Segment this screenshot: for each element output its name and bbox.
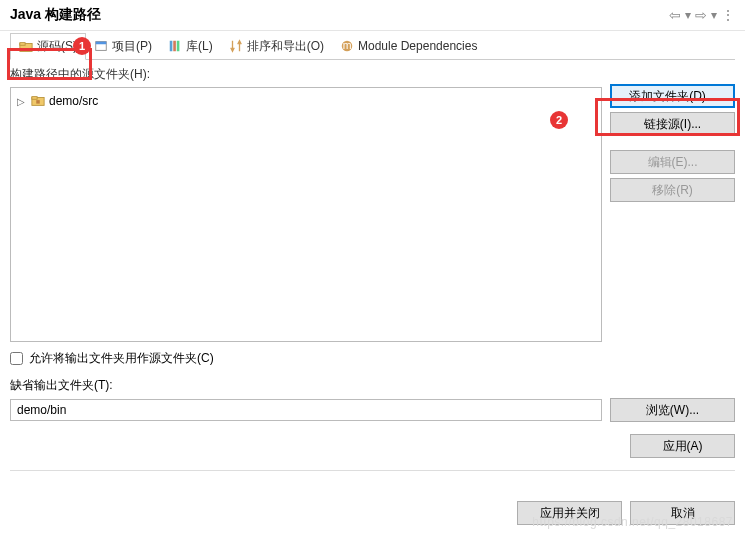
- link-source-button[interactable]: 链接源(I)...: [610, 112, 735, 136]
- svg-text:m: m: [343, 39, 352, 51]
- nav-sep2: ▾: [711, 8, 717, 22]
- allow-output-label: 允许将输出文件夹用作源文件夹(C): [29, 350, 214, 367]
- tab-order[interactable]: 排序和导出(O): [221, 33, 332, 59]
- header-nav: ⇦ ▾ ⇨ ▾ ⋮: [669, 7, 735, 23]
- java-build-path-dialog: Java 构建路径 ⇦ ▾ ⇨ ▾ ⋮ 源码(S) 项目(P) 库(L): [0, 0, 745, 539]
- source-folder-icon: [19, 40, 33, 54]
- edit-button: 编辑(E)...: [610, 150, 735, 174]
- source-buttons: 添加文件夹(D)... 链接源(I)... 编辑(E)... 移除(R): [610, 66, 735, 342]
- browse-button[interactable]: 浏览(W)...: [610, 398, 735, 422]
- svg-rect-10: [32, 97, 37, 100]
- tab-libraries[interactable]: 库(L): [160, 33, 221, 59]
- apply-close-button[interactable]: 应用并关闭: [517, 501, 622, 525]
- apply-button[interactable]: 应用(A): [630, 434, 735, 458]
- default-output-label: 缺省输出文件夹(T):: [10, 377, 735, 394]
- forward-arrow-icon[interactable]: ⇨: [695, 7, 707, 23]
- source-tree[interactable]: ▷ demo/src: [10, 87, 602, 342]
- dialog-footer: 应用并关闭 取消: [0, 493, 745, 539]
- tab-modules[interactable]: m Module Dependencies: [332, 33, 485, 59]
- svg-rect-6: [177, 41, 180, 52]
- order-icon: [229, 39, 243, 53]
- tree-item[interactable]: ▷ demo/src: [15, 92, 597, 110]
- tab-projects[interactable]: 项目(P): [86, 33, 160, 59]
- source-left-col: 构建路径中的源文件夹(H): ▷ demo/src: [10, 66, 602, 342]
- allow-output-checkbox[interactable]: [10, 352, 23, 365]
- tab-libraries-label: 库(L): [186, 38, 213, 55]
- source-row: 构建路径中的源文件夹(H): ▷ demo/src 添加文件夹(D)... 链接…: [10, 66, 735, 342]
- expand-icon[interactable]: ▷: [17, 96, 27, 107]
- svg-rect-1: [20, 42, 25, 45]
- dialog-header: Java 构建路径 ⇦ ▾ ⇨ ▾ ⋮: [0, 0, 745, 31]
- add-folder-button[interactable]: 添加文件夹(D)...: [610, 84, 735, 108]
- apply-row: 应用(A): [10, 434, 735, 458]
- dialog-title: Java 构建路径: [10, 6, 101, 24]
- svg-rect-11: [36, 100, 40, 104]
- remove-button: 移除(R): [610, 178, 735, 202]
- svg-rect-4: [170, 41, 173, 52]
- back-arrow-icon[interactable]: ⇦: [669, 7, 681, 23]
- nav-sep: ▾: [685, 8, 691, 22]
- module-icon: m: [340, 39, 354, 53]
- allow-output-checkbox-row: 允许将输出文件夹用作源文件夹(C): [10, 350, 735, 367]
- output-row: 浏览(W)...: [10, 398, 735, 422]
- tab-source[interactable]: 源码(S): [10, 33, 86, 60]
- project-icon: [94, 39, 108, 53]
- svg-rect-3: [96, 42, 107, 45]
- svg-rect-5: [173, 41, 176, 52]
- separator: [10, 470, 735, 471]
- tab-source-label: 源码(S): [37, 38, 77, 55]
- menu-dots-icon[interactable]: ⋮: [721, 7, 735, 23]
- source-folders-label: 构建路径中的源文件夹(H):: [10, 66, 602, 83]
- tab-content: 构建路径中的源文件夹(H): ▷ demo/src 添加文件夹(D)... 链接…: [0, 60, 745, 493]
- cancel-button[interactable]: 取消: [630, 501, 735, 525]
- default-output-input[interactable]: [10, 399, 602, 421]
- tab-projects-label: 项目(P): [112, 38, 152, 55]
- tab-order-label: 排序和导出(O): [247, 38, 324, 55]
- package-folder-icon: [31, 94, 45, 108]
- tab-bar: 源码(S) 项目(P) 库(L) 排序和导出(O) m Module Depen…: [10, 33, 735, 60]
- library-icon: [168, 39, 182, 53]
- spacer: [610, 140, 735, 146]
- tree-item-label: demo/src: [49, 94, 98, 108]
- tab-modules-label: Module Dependencies: [358, 39, 477, 53]
